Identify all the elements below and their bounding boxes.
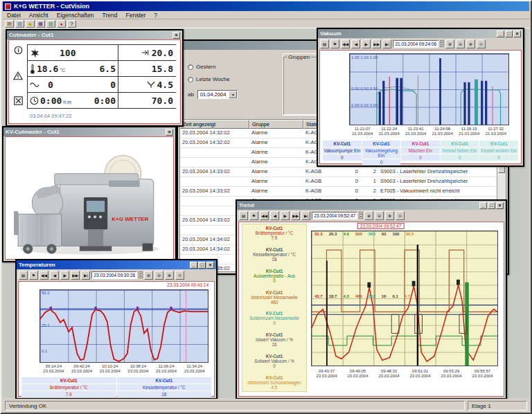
maximize-button[interactable]: □ [198,262,206,269]
menu-item[interactable]: Trend [103,12,118,19]
legend-entry[interactable]: KV-Cut1 Brättemperatur / °C 7.9 [243,226,305,240]
nav-button[interactable]: ◀ [351,39,360,48]
legend-entry[interactable]: KV-Cut1 Istdrehzahl Messerwelle 480 [243,290,305,305]
zoom-button[interactable]: ⊕ [144,271,153,280]
nav-button[interactable]: ◀ [50,271,59,280]
menu-item[interactable]: Datei [7,12,21,19]
legend-entry[interactable]: KV-Cut1 Solldrehzahl Messerwelle 0 [243,311,305,325]
legend-entry[interactable]: KV-Cut1 Kessel heben Ein 0 [441,141,479,165]
main-titlebar[interactable]: K+G WETTER - CutVision [3,1,529,11]
date-spinner[interactable]: ▴ ▾ [139,271,143,278]
zoom-button[interactable]: ⊕ [364,211,373,220]
zoom-button[interactable]: ⊗ [466,39,475,48]
date-combo[interactable]: 01.04.2004 ▾ [197,90,238,99]
column-header[interactable]: Zeit angezeigt [180,120,249,129]
date-field[interactable]: 21.03.2004 09:24:06 [393,40,438,48]
column-header[interactable]: Gruppe [249,120,303,129]
legend-entry[interactable]: KV-Cut1 Vakuumregelung Ein 0 [362,141,401,165]
table-row[interactable]: Alarme K-AGB 0 1 S9003 - Laserfehler Dre… [180,177,497,187]
legend-entry[interactable]: KV-Cut1 Vakuumpumpe Ein 0 [323,141,362,165]
chevron-down-icon[interactable]: ▾ [229,91,237,98]
nav-button[interactable]: ▶▶ [372,39,381,48]
zoom-button[interactable]: ⊖ [456,39,465,48]
flag-button[interactable]: ⚑ [249,211,258,220]
istwerte-titlebar[interactable]: Cutmaster - Cut1 × [7,30,182,39]
legend-entry[interactable]: KV-Cut1 Auswerferplatte - Aus 0 [243,269,305,283]
minimize-button[interactable]: _ [190,262,197,269]
close-button[interactable]: × [496,202,504,209]
menu-item[interactable]: Ansicht [29,12,48,19]
vakuum-titlebar[interactable]: Vakuum _ □ × [318,29,523,38]
temperature-plot[interactable]: 50.2 25.1 0.1 [39,289,209,363]
vakuum-plot[interactable]: 1.00 1.00 1.00 0.50 0.50 0.50 0.00 0.00 … [349,53,509,125]
legend-entry[interactable]: KV-Cut1 Kesseltemperatur / °C 18 [243,247,305,262]
spin-down-icon[interactable]: ▾ [360,215,362,218]
zoom-button[interactable]: ⊖ [154,271,163,280]
zoom-button[interactable]: ⊙ [396,211,405,220]
trend-titlebar[interactable]: Trend _ □ × [237,201,506,210]
zoom-button[interactable]: ⊙ [477,39,486,48]
close-button[interactable]: × [513,30,521,37]
date-field[interactable]: 23.03.2004 09:52:47 [312,212,357,219]
date-spinner[interactable]: ▴ ▾ [440,40,444,47]
maximize-button[interactable]: □ [488,202,495,209]
nav-button[interactable]: ◀◀ [39,271,48,280]
flag-button[interactable]: ⚑ [29,271,38,280]
nav-button[interactable]: ◀ [270,211,279,220]
print-button[interactable]: ▤ [239,211,248,220]
date-field[interactable]: 23.03.2004 09:30:26 [91,271,137,279]
date-spinner[interactable]: ▴ ▾ [359,212,363,219]
minimize-button[interactable]: _ [479,202,487,209]
toolbar-button[interactable]: ● [57,20,66,28]
toolbar-button[interactable]: ? [67,20,76,28]
toolbar-button[interactable]: ◆ [26,20,35,28]
menu-item[interactable]: Eigenschaften [57,12,94,19]
close-button[interactable]: × [166,129,173,136]
close-button[interactable]: × [172,32,180,39]
legend-entry[interactable]: KV-Cut1 Istdrehzahl Schüsselwagen 4.5 [243,375,305,390]
legend-entry[interactable]: KV-Cut1 Brättemperatur / °C 7.9 [21,377,116,397]
trend-plot[interactable]: 31.320.34.95002639310030.5 43.718.74.348… [311,231,498,366]
legend-entry[interactable]: KV-Cut1 Kesseltemperatur / °C 18 [117,377,212,397]
nav-button[interactable]: ▶| [382,39,391,48]
temperature-titlebar[interactable]: Temperaturen _ □ × [17,260,216,269]
toolbar-button[interactable]: ▥ [15,20,24,28]
zoom-button[interactable]: ⊙ [175,271,184,280]
scale-label: 25.1 [42,323,50,327]
nav-button[interactable]: ◀◀ [341,39,350,48]
nav-button[interactable]: ▶ [60,271,69,280]
flag-button[interactable]: ⚑ [330,39,339,48]
nav-button[interactable]: ▶▶ [291,211,300,220]
minimize-button[interactable]: _ [497,30,504,37]
spin-down-icon[interactable]: ▾ [140,275,141,278]
nav-button[interactable]: ▶▶ [71,271,80,280]
filter-letzte-woche-radio[interactable]: Letzte Woche [188,76,238,82]
close-button[interactable]: × [206,262,214,269]
legend-entry[interactable]: KV-Cut1 Mischen Ein 0 [401,141,440,165]
maximize-button[interactable]: □ [505,30,513,37]
table-row[interactable]: 20.03.2004 14:33:02 Alarme K-AGB 0 2 E70… [180,187,497,197]
print-button[interactable]: ▤ [320,39,329,48]
toolbar-button[interactable]: ▤ [5,20,14,28]
nav-button[interactable]: ▶ [362,39,371,48]
menu-item[interactable]: Fenster [125,12,145,19]
nav-button[interactable]: ▶| [301,211,310,220]
print-button[interactable]: ▤ [19,271,28,280]
nav-button[interactable]: ▶| [81,271,90,280]
zoom-button[interactable]: ⊖ [375,211,384,220]
spin-down-icon[interactable]: ▾ [441,44,443,46]
nav-button[interactable]: ▶ [281,211,290,220]
zoom-button[interactable]: ⊕ [445,39,454,48]
toolbar-button[interactable]: ▦ [36,20,45,28]
zoom-button[interactable]: ⊗ [165,271,174,280]
machine-titlebar[interactable]: KV-Cutmaster - Cut1 × [3,127,175,136]
nav-button[interactable]: ◀◀ [260,211,269,220]
legend-entry[interactable]: KV-Cut1 Istwert Vakuum / % 16 [243,332,305,347]
legend-entry[interactable]: KV-Cut1 Kessel senken Ein 0 [479,141,518,165]
legend-entry[interactable]: KV-Cut1 Sollwert Vakuum / % 0 [243,354,305,368]
menu-item[interactable]: ? [154,12,157,19]
zoom-button[interactable]: ⊗ [385,211,394,220]
table-row[interactable]: 20.03.2004 14:33:02 Alarme K-AGB 0 2 S90… [180,168,497,177]
toolbar-button[interactable]: ▧ [46,20,55,28]
filter-gestern-radio[interactable]: Gestern [188,64,238,70]
